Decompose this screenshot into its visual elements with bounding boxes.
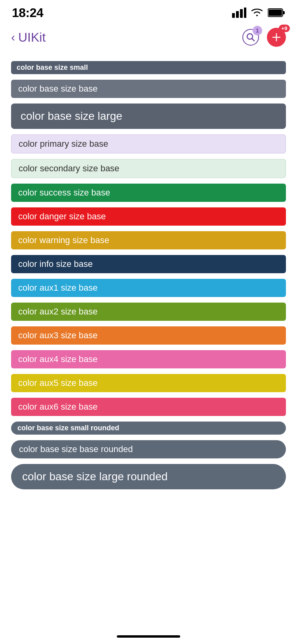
nav-actions: 1 +9 — [242, 28, 286, 47]
search-icon — [246, 33, 255, 42]
tag-primary-base[interactable]: color primary size base — [11, 134, 286, 153]
tag-aux2-base[interactable]: color aux2 size base — [11, 303, 286, 321]
status-time: 18:24 — [12, 6, 43, 20]
tag-warning-base[interactable]: color warning size base — [11, 231, 286, 249]
nav-title: UIKit — [18, 30, 46, 45]
svg-line-8 — [252, 38, 254, 41]
tag-aux3-base[interactable]: color aux3 size base — [11, 326, 286, 345]
plus-icon — [271, 32, 282, 42]
home-indicator — [117, 635, 180, 638]
back-chevron-icon: ‹ — [11, 31, 15, 43]
battery-icon — [268, 8, 285, 17]
status-bar: 18:24 — [0, 0, 297, 24]
tag-info-base[interactable]: color info size base — [11, 255, 286, 273]
status-icons — [232, 8, 285, 18]
tag-aux5-base[interactable]: color aux5 size base — [11, 374, 286, 392]
search-badge: 1 — [253, 26, 262, 35]
tag-secondary-base[interactable]: color secondary size base — [11, 159, 286, 178]
svg-rect-1 — [236, 11, 239, 18]
tag-base-large-rounded[interactable]: color base size large rounded — [11, 464, 286, 489]
wifi-icon — [250, 8, 264, 18]
svg-rect-0 — [232, 13, 235, 18]
search-button-wrap: 1 — [242, 29, 259, 46]
tag-aux4-base[interactable]: color aux4 size base — [11, 350, 286, 368]
tags-container: color base size smallcolor base size bas… — [0, 53, 297, 505]
nav-bar: ‹ UIKit 1 +9 — [0, 24, 297, 53]
tag-base-large[interactable]: color base size large — [11, 104, 286, 129]
svg-rect-2 — [240, 9, 243, 18]
tag-base-small-rounded[interactable]: color base size small rounded — [11, 422, 286, 435]
tag-base-base[interactable]: color base size base — [11, 80, 286, 98]
svg-rect-6 — [268, 10, 282, 16]
tag-danger-base[interactable]: color danger size base — [11, 207, 286, 226]
tag-success-base[interactable]: color success size base — [11, 184, 286, 202]
signal-icon — [232, 8, 246, 18]
tag-aux1-base[interactable]: color aux1 size base — [11, 279, 286, 297]
add-button-wrap: +9 — [267, 28, 286, 47]
tag-base-base-rounded[interactable]: color base size base rounded — [11, 440, 286, 458]
add-badge: +9 — [279, 25, 290, 32]
nav-back-button[interactable]: ‹ UIKit — [11, 30, 46, 45]
tag-base-small[interactable]: color base size small — [11, 61, 286, 74]
svg-rect-3 — [244, 8, 246, 18]
tag-aux6-base[interactable]: color aux6 size base — [11, 398, 286, 416]
svg-rect-5 — [283, 11, 285, 14]
